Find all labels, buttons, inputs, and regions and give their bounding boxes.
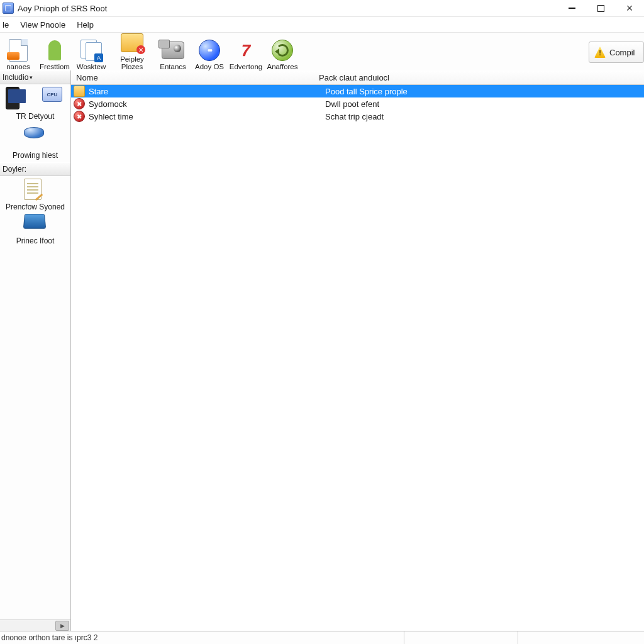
chip-icon	[42, 87, 65, 109]
tool-label: Adoy OS	[191, 63, 228, 70]
sidebar-item-chip[interactable]	[36, 87, 70, 111]
titlebar: Aoy Pnioph of SRS Root ×	[0, 0, 644, 17]
section-title: Doyler:	[3, 165, 26, 174]
statusbar: dnonoe orthon tare is ıprc3 2	[0, 631, 644, 644]
row-name: Stare	[89, 87, 325, 96]
body: Includio ▾ TR Detyout Prowing hiest Doyl…	[0, 70, 644, 631]
sidebar-scrollbar[interactable]: ▶	[0, 619, 70, 631]
tool-label: nanoes	[0, 63, 36, 70]
document-orange-icon	[7, 39, 30, 62]
refresh-icon	[271, 39, 294, 62]
phone-icon	[6, 87, 28, 109]
statusbar-cell	[518, 631, 644, 644]
tool-label: Anaffores	[264, 63, 301, 70]
row-desc: Pood tall Sprice prople	[325, 87, 644, 96]
seven-icon: 7	[235, 39, 257, 62]
sidebar: Includio ▾ TR Detyout Prowing hiest Doyl…	[0, 70, 71, 631]
tool-wosktew[interactable]: A Wosktew	[73, 39, 109, 72]
list-row[interactable]: Stare Pood tall Sprice prople	[71, 85, 644, 97]
sidebar-item-tr-detyout[interactable]: TR Detyout	[0, 112, 70, 121]
row-name: Sydomock	[89, 99, 325, 109]
compile-label: Compil	[609, 48, 635, 57]
sidebar-group-2: Prencfow Syoned Prinec Ifoot	[0, 176, 70, 248]
row-name: Syhlect time	[89, 112, 325, 121]
error-icon: ✖	[74, 98, 85, 109]
error-icon: ✖	[74, 111, 85, 122]
list-header: Nome Pack claut anduiocl	[71, 70, 644, 85]
app-icon	[3, 3, 14, 14]
column-header-name[interactable]: Nome	[71, 73, 315, 82]
minimize-button[interactable]	[557, 0, 586, 16]
menu-view[interactable]: View Pnoole	[20, 20, 65, 30]
camera-icon	[162, 39, 184, 62]
tool-label: Fresttiom	[36, 63, 73, 70]
globe-icon	[198, 39, 221, 62]
tool-peipley-plozes[interactable]: ✕ Peipley Plozes	[109, 31, 155, 72]
sidebar-section-doyler[interactable]: Doyler:	[0, 162, 70, 176]
sidebar-section-includio[interactable]: Includio ▾	[0, 70, 70, 84]
file-edit-icon	[24, 179, 47, 201]
tool-label: Edvertong	[228, 63, 264, 70]
close-button[interactable]: ×	[615, 0, 644, 16]
tool-label: Entancs	[155, 63, 191, 70]
row-desc: Dwll poot efent	[325, 99, 644, 109]
sidebar-group-1: TR Detyout Prowing hiest	[0, 84, 70, 162]
folder-icon	[74, 86, 85, 97]
android-icon	[43, 39, 66, 62]
statusbar-cell	[404, 631, 518, 644]
sidebar-item-label: Prowing hiest	[0, 151, 70, 160]
menubar: le View Pnoole Help	[0, 17, 644, 33]
warning-icon	[594, 47, 606, 58]
tool-fresttiom[interactable]: Fresttiom	[36, 39, 73, 72]
menu-help[interactable]: Help	[77, 20, 94, 30]
folder-remove-icon: ✕	[121, 31, 143, 54]
column-header-desc[interactable]: Pack claut anduiocl	[315, 73, 644, 82]
tool-nanoes[interactable]: nanoes	[0, 39, 36, 72]
pages-icon: A	[80, 39, 103, 62]
tool-edvertong[interactable]: 7 Edvertong	[228, 39, 264, 72]
tool-entancs[interactable]: Entancs	[155, 39, 191, 72]
compile-button[interactable]: Compil	[589, 42, 644, 63]
main-panel: Nome Pack claut anduiocl Stare Pood tall…	[71, 70, 644, 631]
status-message: dnonoe orthon tare is ıprc3 2	[1, 633, 103, 642]
sidebar-item-prowing-hiest[interactable]: Prowing hiest	[0, 122, 70, 160]
chevron-down-icon: ▾	[30, 74, 33, 80]
toolbar: nanoes Fresttiom A Wosktew ✕ Peipley Plo…	[0, 33, 644, 72]
sidebar-item-prencfow-syoned[interactable]: Prencfow Syoned	[0, 179, 70, 211]
harddrive-icon	[24, 213, 47, 235]
section-title: Includio	[3, 73, 28, 82]
window-title: Aoy Pnioph of SRS Root	[18, 4, 107, 13]
sidebar-item-label: TR Detyout	[0, 112, 70, 121]
tool-label: Wosktew	[73, 63, 109, 70]
tool-adoy-os[interactable]: Adoy OS	[191, 39, 228, 72]
menu-file[interactable]: le	[3, 20, 9, 30]
row-desc: Schat trip cjeadt	[325, 112, 644, 121]
disk-icon	[24, 127, 47, 150]
sidebar-item-label: Prencfow Syoned	[0, 203, 70, 211]
list-row[interactable]: ✖ Syhlect time Schat trip cjeadt	[71, 110, 644, 123]
maximize-button[interactable]	[586, 0, 615, 16]
sidebar-item-prinec-ifoot[interactable]: Prinec Ifoot	[0, 213, 70, 245]
sidebar-item-label: Prinec Ifoot	[0, 236, 70, 245]
tool-label: Peipley Plozes	[109, 55, 155, 70]
tool-anaffores[interactable]: Anaffores	[264, 39, 301, 72]
window-controls: ×	[557, 0, 644, 16]
scroll-right-icon[interactable]: ▶	[55, 621, 69, 631]
list-row[interactable]: ✖ Sydomock Dwll poot efent	[71, 97, 644, 110]
sidebar-item-phone[interactable]	[0, 87, 34, 111]
